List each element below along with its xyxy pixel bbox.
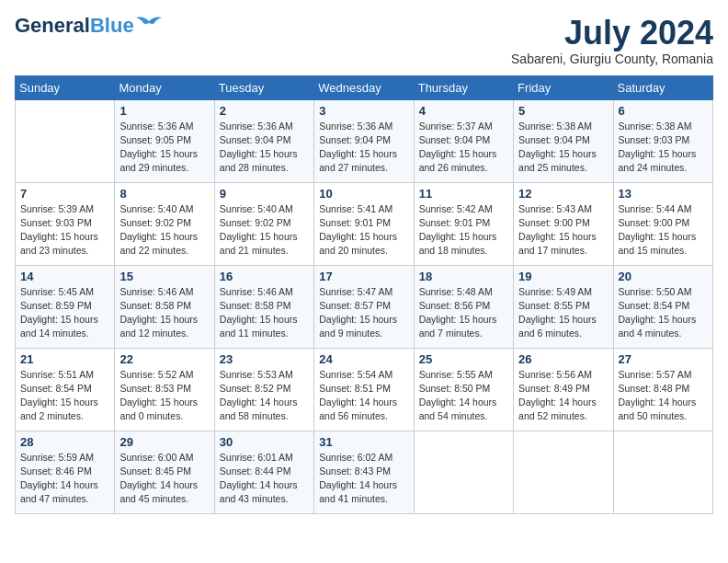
calendar-cell: 27Sunrise: 5:57 AMSunset: 8:48 PMDayligh… xyxy=(613,348,712,431)
day-info: Sunrise: 6:02 AMSunset: 8:43 PMDaylight:… xyxy=(319,451,408,507)
day-info: Sunrise: 5:56 AMSunset: 8:49 PMDaylight:… xyxy=(518,368,608,424)
calendar-cell: 2Sunrise: 5:36 AMSunset: 9:04 PMDaylight… xyxy=(214,99,313,182)
weekday-header-monday: Monday xyxy=(115,75,214,99)
day-info: Sunrise: 5:39 AMSunset: 9:03 PMDaylight:… xyxy=(20,202,109,259)
week-row-5: 28Sunrise: 5:59 AMSunset: 8:46 PMDayligh… xyxy=(16,431,713,513)
weekday-header-thursday: Thursday xyxy=(414,75,513,99)
month-year-title: July 2024 xyxy=(511,15,713,52)
week-row-4: 21Sunrise: 5:51 AMSunset: 8:54 PMDayligh… xyxy=(16,348,713,431)
day-number: 1 xyxy=(119,104,209,118)
logo-general: General xyxy=(15,14,90,37)
day-number: 7 xyxy=(20,187,109,201)
week-row-2: 7Sunrise: 5:39 AMSunset: 9:03 PMDaylight… xyxy=(16,182,713,265)
day-info: Sunrise: 5:53 AMSunset: 8:52 PMDaylight:… xyxy=(220,368,309,424)
calendar-cell: 14Sunrise: 5:45 AMSunset: 8:59 PMDayligh… xyxy=(16,265,115,348)
calendar-cell: 18Sunrise: 5:48 AMSunset: 8:56 PMDayligh… xyxy=(414,265,513,348)
day-number: 4 xyxy=(419,104,508,118)
day-number: 15 xyxy=(119,270,209,283)
day-info: Sunrise: 5:41 AMSunset: 9:01 PMDaylight:… xyxy=(319,202,408,259)
day-number: 28 xyxy=(20,435,109,449)
calendar-cell: 8Sunrise: 5:40 AMSunset: 9:02 PMDaylight… xyxy=(115,182,214,265)
day-info: Sunrise: 5:49 AMSunset: 8:55 PMDaylight:… xyxy=(518,285,608,341)
calendar-cell: 7Sunrise: 5:39 AMSunset: 9:03 PMDaylight… xyxy=(16,182,115,265)
day-info: Sunrise: 5:36 AMSunset: 9:05 PMDaylight:… xyxy=(119,120,209,176)
weekday-header-row: SundayMondayTuesdayWednesdayThursdayFrid… xyxy=(16,75,713,99)
page-header: GeneralBlue July 2024 Sabareni, Giurgiu … xyxy=(15,15,713,66)
calendar-cell xyxy=(514,431,613,513)
day-number: 16 xyxy=(220,270,309,283)
calendar-cell: 11Sunrise: 5:42 AMSunset: 9:01 PMDayligh… xyxy=(414,182,513,265)
day-number: 29 xyxy=(119,435,209,449)
calendar-cell: 26Sunrise: 5:56 AMSunset: 8:49 PMDayligh… xyxy=(514,348,613,431)
logo-blue: Blue xyxy=(90,14,134,37)
calendar-cell: 31Sunrise: 6:02 AMSunset: 8:43 PMDayligh… xyxy=(314,431,414,513)
day-number: 24 xyxy=(319,352,408,366)
calendar-cell: 15Sunrise: 5:46 AMSunset: 8:58 PMDayligh… xyxy=(115,265,214,348)
day-info: Sunrise: 5:51 AMSunset: 8:54 PMDaylight:… xyxy=(20,368,109,424)
day-info: Sunrise: 5:36 AMSunset: 9:04 PMDaylight:… xyxy=(319,120,408,176)
calendar-cell: 29Sunrise: 6:00 AMSunset: 8:45 PMDayligh… xyxy=(115,431,214,513)
day-number: 9 xyxy=(220,187,309,201)
day-number: 31 xyxy=(319,435,408,449)
day-info: Sunrise: 5:40 AMSunset: 9:02 PMDaylight:… xyxy=(220,202,309,259)
day-info: Sunrise: 6:00 AMSunset: 8:45 PMDaylight:… xyxy=(119,451,209,507)
day-info: Sunrise: 5:54 AMSunset: 8:51 PMDaylight:… xyxy=(319,368,408,424)
calendar-cell: 4Sunrise: 5:37 AMSunset: 9:04 PMDaylight… xyxy=(414,99,513,182)
day-number: 8 xyxy=(119,187,209,201)
day-info: Sunrise: 5:46 AMSunset: 8:58 PMDaylight:… xyxy=(220,285,309,341)
day-info: Sunrise: 5:59 AMSunset: 8:46 PMDaylight:… xyxy=(20,451,109,507)
day-number: 2 xyxy=(220,104,309,118)
day-number: 5 xyxy=(518,104,608,118)
calendar-cell: 23Sunrise: 5:53 AMSunset: 8:52 PMDayligh… xyxy=(214,348,313,431)
calendar-cell xyxy=(414,431,513,513)
day-info: Sunrise: 5:37 AMSunset: 9:04 PMDaylight:… xyxy=(419,120,508,176)
day-number: 10 xyxy=(319,187,408,201)
calendar-cell: 20Sunrise: 5:50 AMSunset: 8:54 PMDayligh… xyxy=(613,265,712,348)
day-number: 18 xyxy=(419,270,508,283)
day-info: Sunrise: 5:38 AMSunset: 9:04 PMDaylight:… xyxy=(518,120,608,176)
week-row-3: 14Sunrise: 5:45 AMSunset: 8:59 PMDayligh… xyxy=(16,265,713,348)
day-info: Sunrise: 5:57 AMSunset: 8:48 PMDaylight:… xyxy=(619,368,708,424)
day-number: 12 xyxy=(518,187,608,201)
calendar-cell: 16Sunrise: 5:46 AMSunset: 8:58 PMDayligh… xyxy=(214,265,313,348)
day-number: 25 xyxy=(419,352,508,366)
day-info: Sunrise: 5:38 AMSunset: 9:03 PMDaylight:… xyxy=(619,120,708,176)
day-number: 21 xyxy=(20,352,109,366)
calendar-cell: 19Sunrise: 5:49 AMSunset: 8:55 PMDayligh… xyxy=(514,265,613,348)
day-number: 14 xyxy=(20,270,109,283)
day-info: Sunrise: 5:42 AMSunset: 9:01 PMDaylight:… xyxy=(419,202,508,259)
logo-bird-icon xyxy=(136,14,162,32)
calendar-cell: 9Sunrise: 5:40 AMSunset: 9:02 PMDaylight… xyxy=(214,182,313,265)
calendar-cell: 1Sunrise: 5:36 AMSunset: 9:05 PMDaylight… xyxy=(115,99,214,182)
calendar-cell: 12Sunrise: 5:43 AMSunset: 9:00 PMDayligh… xyxy=(514,182,613,265)
calendar-cell: 22Sunrise: 5:52 AMSunset: 8:53 PMDayligh… xyxy=(115,348,214,431)
weekday-header-friday: Friday xyxy=(514,75,613,99)
day-number: 19 xyxy=(518,270,608,283)
title-block: July 2024 Sabareni, Giurgiu County, Roma… xyxy=(511,15,713,66)
day-number: 30 xyxy=(220,435,309,449)
day-number: 3 xyxy=(319,104,408,118)
calendar-cell: 24Sunrise: 5:54 AMSunset: 8:51 PMDayligh… xyxy=(314,348,414,431)
calendar-cell: 21Sunrise: 5:51 AMSunset: 8:54 PMDayligh… xyxy=(16,348,115,431)
calendar-cell: 5Sunrise: 5:38 AMSunset: 9:04 PMDaylight… xyxy=(514,99,613,182)
calendar-table: SundayMondayTuesdayWednesdayThursdayFrid… xyxy=(15,75,713,514)
day-info: Sunrise: 5:46 AMSunset: 8:58 PMDaylight:… xyxy=(119,285,209,341)
day-number: 6 xyxy=(619,104,708,118)
day-info: Sunrise: 6:01 AMSunset: 8:44 PMDaylight:… xyxy=(220,451,309,507)
day-info: Sunrise: 5:43 AMSunset: 9:00 PMDaylight:… xyxy=(518,202,608,259)
calendar-cell: 30Sunrise: 6:01 AMSunset: 8:44 PMDayligh… xyxy=(214,431,313,513)
calendar-cell: 13Sunrise: 5:44 AMSunset: 9:00 PMDayligh… xyxy=(613,182,712,265)
day-info: Sunrise: 5:40 AMSunset: 9:02 PMDaylight:… xyxy=(119,202,209,259)
weekday-header-saturday: Saturday xyxy=(613,75,712,99)
weekday-header-sunday: Sunday xyxy=(16,75,115,99)
day-info: Sunrise: 5:47 AMSunset: 8:57 PMDaylight:… xyxy=(319,285,408,341)
day-number: 13 xyxy=(619,187,708,201)
calendar-cell xyxy=(16,99,115,182)
day-info: Sunrise: 5:55 AMSunset: 8:50 PMDaylight:… xyxy=(419,368,508,424)
calendar-cell: 10Sunrise: 5:41 AMSunset: 9:01 PMDayligh… xyxy=(314,182,414,265)
location-subtitle: Sabareni, Giurgiu County, Romania xyxy=(511,52,713,66)
day-info: Sunrise: 5:36 AMSunset: 9:04 PMDaylight:… xyxy=(220,120,309,176)
day-info: Sunrise: 5:45 AMSunset: 8:59 PMDaylight:… xyxy=(20,285,109,341)
day-number: 26 xyxy=(518,352,608,366)
calendar-cell xyxy=(613,431,712,513)
